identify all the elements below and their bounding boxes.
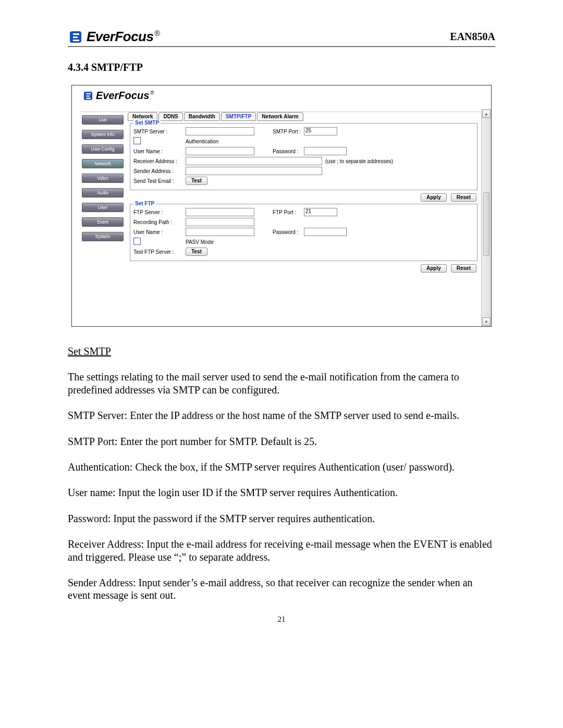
smtp-receiver-hint: (use ; to separate addresses): [325, 158, 393, 164]
ftp-port-label: FTP Port :: [273, 209, 304, 215]
svg-rect-3: [73, 40, 79, 41]
smtp-password-input[interactable]: [304, 147, 347, 155]
scroll-up-icon[interactable]: ▲: [482, 109, 491, 118]
ftp-user-label: User Name :: [133, 229, 186, 235]
scroll-down-icon[interactable]: ▼: [482, 317, 491, 326]
sidebar-item-user[interactable]: User: [82, 203, 124, 212]
document-body: Set SMTP The settings relating to the ma…: [68, 345, 495, 602]
ftp-pasv-label: PASV Mode: [186, 239, 214, 245]
doc-paragraph-receiver: Receiver Address: Input the e-mail addre…: [68, 538, 495, 563]
ftp-server-input[interactable]: [186, 208, 254, 216]
smtp-reset-button[interactable]: Reset: [451, 193, 476, 202]
smtp-sender-input[interactable]: [186, 167, 322, 175]
ftp-legend: Set FTP: [133, 201, 156, 206]
doc-paragraph-auth: Authentication: Check the box, if the SM…: [68, 461, 495, 473]
tab-ddns[interactable]: DDNS: [158, 112, 182, 121]
doc-subheading: Set SMTP: [68, 345, 495, 357]
smtp-legend: Set SMTP: [133, 120, 161, 126]
smtp-sendtest-label: Send Test Email :: [133, 178, 186, 184]
sidebar-item-event[interactable]: Event: [82, 217, 124, 227]
ftp-fieldset: Set FTP FTP Server : FTP Port : 21 Recor…: [130, 204, 478, 261]
ftp-pasv-checkbox[interactable]: [133, 238, 141, 245]
sidebar-item-network[interactable]: Network: [82, 159, 124, 168]
smtp-server-label: SMTP Server :: [133, 129, 186, 134]
smtp-receiver-input[interactable]: [186, 157, 322, 165]
screenshot-brand-logo: EverFocus®: [82, 90, 154, 102]
tab-bandwidth[interactable]: Bandwidth: [184, 112, 220, 121]
scroll-thumb[interactable]: [483, 192, 489, 256]
svg-rect-1: [73, 33, 79, 35]
ftp-password-input[interactable]: [304, 228, 347, 236]
doc-paragraph-intro: The settings relating to the mail server…: [68, 371, 495, 396]
doc-paragraph-smtp-port: SMTP Port: Enter the port number for SMT…: [68, 435, 495, 448]
ftp-port-input[interactable]: 21: [304, 208, 337, 216]
sidebar-item-system-info[interactable]: System Info: [82, 130, 124, 139]
svg-rect-5: [86, 93, 91, 94]
svg-rect-6: [86, 95, 90, 96]
smtp-auth-checkbox[interactable]: [133, 137, 141, 144]
tab-bar: Network DDNS Bandwidth SMTP/FTP Network …: [128, 112, 480, 121]
sidebar-item-live[interactable]: Live: [82, 115, 124, 125]
smtp-fieldset: Set SMTP SMTP Server : SMTP Port : 25 Au…: [130, 123, 478, 190]
smtp-server-input[interactable]: [186, 127, 254, 135]
model-number: EAN850A: [450, 31, 495, 43]
svg-rect-2: [73, 36, 78, 38]
smtp-test-button[interactable]: Test: [186, 177, 207, 185]
ftp-test-label: Test FTP Server :: [133, 249, 186, 255]
tab-network-alarm[interactable]: Network Alarm: [257, 112, 303, 121]
smtp-password-label: Password :: [273, 149, 304, 154]
ftp-reset-button[interactable]: Reset: [451, 264, 476, 273]
sidebar-item-video[interactable]: Video: [82, 174, 124, 183]
ftp-recpath-label: Recording Path :: [133, 219, 186, 225]
ftp-password-label: Password :: [273, 229, 304, 235]
doc-paragraph-sender: Sender Address: Input sender’s e-mail ad…: [68, 576, 495, 602]
smtp-apply-button[interactable]: Apply: [421, 193, 447, 202]
page-number: 21: [68, 615, 495, 624]
doc-paragraph-password: Password: Input the password if the SMTP…: [68, 512, 495, 525]
sidebar-item-user-config[interactable]: User Config: [82, 144, 124, 154]
smtp-port-input[interactable]: 25: [304, 127, 337, 135]
section-heading: 4.3.4 SMTP/FTP: [68, 61, 495, 73]
smtp-receiver-label: Receiver Address :: [133, 158, 186, 164]
smtp-port-label: SMTP Port :: [273, 129, 304, 134]
embedded-screenshot: EverFocus® ▲ ▼ Live System Info User Con…: [71, 85, 492, 327]
scrollbar[interactable]: ▲ ▼: [481, 109, 491, 326]
smtp-sender-label: Sender Address :: [133, 168, 186, 174]
sidebar-item-system[interactable]: System: [82, 232, 124, 241]
brand-logo: EverFocus®: [68, 29, 160, 45]
doc-paragraph-smtp-server: SMTP Server: Enter the IP address or the…: [68, 409, 495, 422]
brand-name: EverFocus®: [87, 29, 160, 45]
smtp-user-input[interactable]: [186, 147, 254, 155]
ftp-user-input[interactable]: [186, 228, 254, 236]
svg-rect-7: [86, 97, 91, 98]
brand-mark-icon: [68, 29, 83, 45]
smtp-auth-label: Authentication: [186, 139, 218, 144]
ftp-recpath-input[interactable]: [186, 218, 254, 226]
tab-smtp-ftp[interactable]: SMTP/FTP: [221, 112, 256, 121]
ftp-test-button[interactable]: Test: [186, 248, 207, 256]
ftp-server-label: FTP Server :: [133, 209, 186, 215]
doc-paragraph-username: User name: Input the login user ID if th…: [68, 486, 495, 499]
document-header: EverFocus® EAN850A: [68, 29, 495, 47]
smtp-user-label: User Name :: [133, 149, 186, 154]
sidebar-item-audio[interactable]: Audio: [82, 188, 124, 198]
sidebar-nav: Live System Info User Config Network Vid…: [80, 112, 126, 323]
ftp-apply-button[interactable]: Apply: [421, 264, 447, 273]
